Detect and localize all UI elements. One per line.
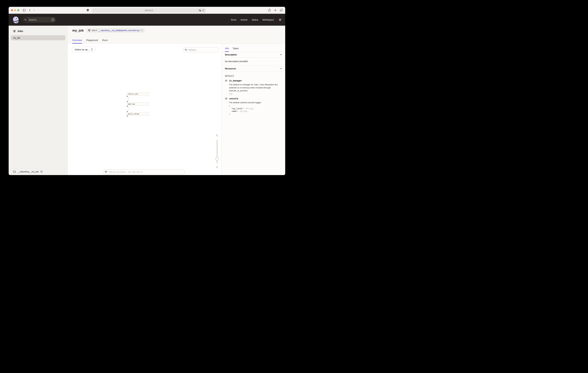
privacy-shield-icon [87,9,89,11]
resource-name: io_manager [229,79,242,82]
panel-tabs: Info Types [221,44,285,52]
output-port [127,96,128,97]
repository-link[interactable]: __repository__my_job@pipeline_execution.… [98,29,139,32]
settings-gear-icon[interactable]: ⚙ [279,18,282,21]
config-schema: { log_level?:String name?:String } [229,105,282,115]
new-tab-icon[interactable] [274,9,277,11]
translate-icon[interactable]: A x [199,9,201,11]
minimize-button[interactable] [14,9,16,11]
schema-field: name?:String [232,110,282,112]
select-caret-icon [91,48,93,51]
edge-line [128,97,128,101]
nav-runs[interactable]: Runs [231,18,236,21]
close-button[interactable] [11,9,13,11]
op-node-add-two[interactable]: add_two [127,102,149,106]
zoom-slider-thumb[interactable] [215,157,219,161]
jobs-icon [13,30,16,33]
op-node-multi-three[interactable]: multi_three [127,112,149,115]
schema-close-brace: } [229,112,282,115]
repository-name: __repository__my_job [17,170,39,173]
badge-reload-icon[interactable] [141,29,143,32]
edge-line [128,107,128,111]
tab-info[interactable]: Info [225,47,229,52]
main-content: my_job Job in __repository__my_job@pip [68,26,285,175]
op-graph-icon [105,171,107,173]
highlight-search[interactable] [183,47,219,52]
address-bar[interactable]: 127.0.0.1 A x [92,8,206,13]
page-title: my_job [72,29,84,32]
info-panel: Info Types Description No description pr… [221,44,285,175]
job-header: my_job Job in __repository__my_job@pip [68,26,285,44]
zoom-out-icon[interactable] [216,166,219,169]
tab-runs[interactable]: Runs [102,39,108,44]
schema-open-brace: { [229,105,282,107]
highlight-input[interactable] [188,49,217,51]
folder-icon [13,171,16,173]
browser-window: 127.0.0.1 A x [9,7,285,175]
resource-type: Any [229,93,282,95]
search-icon [23,17,28,22]
search-shortcut-badge: / [51,18,55,22]
op-selector-label: Select an op... [75,48,90,51]
url-text: 127.0.0.1 [145,9,153,11]
reload-icon[interactable] [202,9,204,11]
op-subset-input[interactable] [109,171,183,173]
job-origin-prefix: Job in [92,29,97,32]
global-search[interactable]: / [22,17,56,22]
schema-field: log_level?:String [232,107,282,110]
job-icon [88,29,90,32]
input-port [127,101,128,102]
resource-icon [225,80,227,82]
sidebar-item-my-job[interactable]: my_job [11,35,65,40]
resource-description: The default io manager for Jobs. Uses fi… [229,83,279,92]
chevron-down-icon [280,54,282,55]
op-subset-filter[interactable] [103,169,185,174]
sidebar-heading: Jobs [17,30,23,33]
app-header: / Runs Assets Status Workspace ⚙ [9,14,285,26]
resource-icon [225,98,227,100]
op-selector-dropdown[interactable]: Select an op... [72,47,95,52]
tab-playground[interactable]: Playground [86,39,98,44]
zoom-in-icon[interactable] [216,134,219,137]
back-button[interactable] [29,9,31,11]
input-port [127,111,128,112]
resource-description: The default colored console logger. [229,101,279,104]
job-origin-badge: Job in __repository__my_job@pipeline_exe… [86,28,145,33]
section-resources[interactable]: Resources [221,66,285,71]
svg-text:x: x [200,10,200,11]
sidebar-toggle-icon[interactable] [23,9,26,11]
output-port [127,115,128,117]
resource-group-name: default [225,75,282,77]
tab-overview-icon[interactable] [280,9,283,11]
op-graph-canvas[interactable]: Select an op... return_on [68,44,221,175]
desktop-background: 127.0.0.1 A x [0,0,294,186]
resource-io-manager: io_manager The default io manager for Jo… [225,79,282,95]
nav-status[interactable]: Status [252,18,258,21]
tab-types[interactable]: Types [232,47,239,52]
resource-console: console The default colored console logg… [225,97,282,115]
dagster-logo[interactable] [12,16,20,23]
description-text: No description provided [221,57,285,66]
search-icon [185,49,187,51]
repository-footer: __repository__my_job [9,168,67,175]
browser-toolbar: 127.0.0.1 A x [9,7,285,14]
nav-workspace[interactable]: Workspace [262,18,274,21]
zoom-button[interactable] [17,9,19,11]
chevron-down-icon [280,68,282,69]
window-controls [11,9,19,11]
tab-overview[interactable]: Overview [72,39,82,44]
resource-name: console [229,97,238,100]
repository-reload-icon[interactable] [41,171,43,173]
op-node-return-one[interactable]: return_one [127,92,149,96]
left-sidebar: Jobs my_job __repository__my_job [9,26,68,175]
output-port [127,106,128,107]
forward-button[interactable] [33,9,35,11]
share-icon[interactable] [268,9,271,11]
main-nav: Runs Assets Status Workspace ⚙ [231,18,282,21]
search-input[interactable] [28,18,51,21]
resources-list: default io_manager [221,71,285,118]
nav-assets[interactable]: Assets [241,18,248,21]
job-tabs: Overview Playground Runs [72,39,108,44]
section-description[interactable]: Description [221,52,285,57]
